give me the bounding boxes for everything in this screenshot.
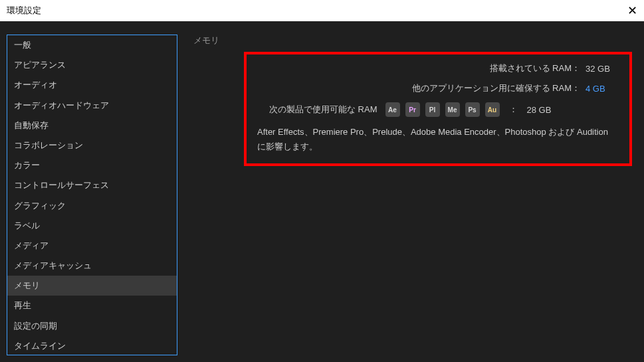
sidebar-item-labels[interactable]: ラベル (7, 216, 177, 236)
row-reserved-ram: 他のアプリケーション用に確保する RAM： 4 GB (257, 82, 619, 94)
sidebar-item-sync-settings[interactable]: 設定の同期 (7, 316, 177, 336)
sidebar-item-media[interactable]: メディア (7, 236, 177, 256)
sidebar-item-graphics[interactable]: グラフィック (7, 196, 177, 216)
close-icon[interactable]: ✕ (617, 3, 637, 18)
sidebar-item-color[interactable]: カラー (7, 155, 177, 175)
memory-settings-box: 搭載されている RAM： 32 GB 他のアプリケーション用に確保する RAM：… (244, 52, 632, 166)
main-panel: メモリ 搭載されている RAM： 32 GB 他のアプリケーション用に確保する … (191, 35, 637, 355)
after-effects-icon: Ae (385, 102, 400, 117)
sidebar-item-memory[interactable]: メモリ (7, 276, 177, 296)
prelude-icon: Pl (425, 102, 440, 117)
sidebar-item-media-cache[interactable]: メディアキャッシュ (7, 256, 177, 276)
sidebar: 一般 アピアランス オーディオ オーディオハードウェア 自動保存 コラボレーショ… (7, 35, 177, 355)
app-icons: Ae Pr Pl Me Ps Au (385, 102, 500, 117)
sidebar-item-audio[interactable]: オーディオ (7, 75, 177, 95)
sidebar-item-audio-hardware[interactable]: オーディオハードウェア (7, 96, 177, 116)
window-title: 環境設定 (7, 5, 41, 17)
reserved-ram-value[interactable]: 4 GB (586, 84, 619, 94)
row-installed-ram: 搭載されている RAM： 32 GB (257, 62, 619, 74)
reserved-ram-label: 他のアプリケーション用に確保する RAM： (412, 82, 581, 94)
row-available-ram: 次の製品で使用可能な RAM Ae Pr Pl Me Ps Au ： 28 GB (257, 102, 619, 117)
sidebar-item-control-surfaces[interactable]: コントロールサーフェス (7, 175, 177, 195)
photoshop-icon: Ps (465, 102, 480, 117)
sidebar-item-playback[interactable]: 再生 (7, 296, 177, 316)
installed-ram-value: 32 GB (586, 64, 619, 74)
sidebar-item-general[interactable]: 一般 (7, 35, 177, 55)
sidebar-item-autosave[interactable]: 自動保存 (7, 116, 177, 136)
available-ram-value: 28 GB (527, 105, 560, 115)
available-ram-label: 次の製品で使用可能な RAM (269, 104, 377, 116)
memory-description: After Effects、Premiere Pro、Prelude、Adobe… (257, 125, 619, 154)
media-encoder-icon: Me (445, 102, 460, 117)
sidebar-item-collaboration[interactable]: コラボレーション (7, 136, 177, 155)
section-label-memory: メモリ (193, 35, 637, 46)
audition-icon: Au (485, 102, 500, 117)
sidebar-item-appearance[interactable]: アピアランス (7, 55, 177, 75)
available-ram-colon: ： (509, 104, 518, 116)
content-area: 一般 アピアランス オーディオ オーディオハードウェア 自動保存 コラボレーショ… (0, 21, 644, 362)
installed-ram-label: 搭載されている RAM： (490, 62, 581, 74)
titlebar: 環境設定 ✕ (0, 0, 644, 21)
sidebar-item-timeline[interactable]: タイムライン (7, 336, 177, 355)
premiere-pro-icon: Pr (405, 102, 420, 117)
